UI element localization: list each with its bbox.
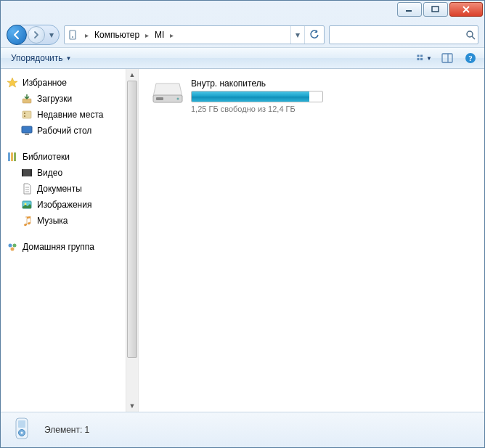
sidebar-item-desktop[interactable]: Рабочий стол <box>7 123 124 139</box>
nav-label: Видео <box>37 168 62 178</box>
status-bar: Элемент: 1 <box>1 412 484 447</box>
scrollbar-thumb[interactable] <box>127 81 137 358</box>
address-bar[interactable]: ▸ Компьютер ▸ MI ▸ ▾ <box>64 25 325 44</box>
svg-point-4 <box>467 31 473 37</box>
svg-rect-23 <box>22 169 32 176</box>
nav-scrollbar[interactable]: ▲ ▼ <box>126 69 139 412</box>
chevron-right-icon[interactable]: ▸ <box>167 31 176 39</box>
favorites-label: Избранное <box>23 78 67 88</box>
view-options-button[interactable]: ▼ <box>416 50 432 66</box>
device-icon <box>68 29 79 41</box>
svg-rect-22 <box>14 152 16 161</box>
organize-button[interactable]: Упорядочить ▼ <box>7 51 76 65</box>
homegroup-header[interactable]: Домашняя группа <box>7 239 124 255</box>
svg-point-40 <box>21 432 23 434</box>
sidebar-item-pictures[interactable]: Изображения <box>7 197 124 213</box>
forward-button[interactable] <box>28 26 45 44</box>
desktop-icon <box>21 125 33 137</box>
body: Избранное Загрузки Недавние места <box>1 69 484 412</box>
sidebar-item-downloads[interactable]: Загрузки <box>7 91 124 107</box>
status-text: Элемент: 1 <box>44 425 89 435</box>
homegroup-icon <box>7 241 18 253</box>
libraries-icon <box>7 151 18 163</box>
sidebar-item-recent[interactable]: Недавние места <box>7 107 124 123</box>
svg-point-17 <box>24 115 25 117</box>
svg-rect-35 <box>156 97 163 100</box>
star-icon <box>7 77 18 89</box>
drive-item[interactable]: Внутр. накопитель 1,25 ГБ свободно из 12… <box>152 78 471 113</box>
favorites-group: Избранное Загрузки Недавние места <box>7 75 124 139</box>
close-button[interactable] <box>449 2 483 17</box>
documents-icon <box>21 183 33 195</box>
search-box[interactable] <box>329 25 478 44</box>
toolbar-right: ▼ ? <box>416 50 478 66</box>
svg-rect-38 <box>18 420 25 428</box>
svg-rect-19 <box>25 134 29 135</box>
sidebar-item-videos[interactable]: Видео <box>7 165 124 181</box>
svg-rect-9 <box>420 58 423 60</box>
libraries-header[interactable]: Библиотеки <box>7 149 124 165</box>
svg-rect-6 <box>417 54 420 57</box>
drive-capacity-bar <box>191 91 323 102</box>
chevron-right-icon[interactable]: ▸ <box>142 31 152 39</box>
svg-point-31 <box>9 244 12 248</box>
svg-rect-2 <box>70 30 76 39</box>
chevron-down-icon: ▼ <box>65 55 71 62</box>
scrollbar-track[interactable] <box>126 81 138 400</box>
svg-line-5 <box>472 36 475 39</box>
svg-rect-18 <box>22 126 32 133</box>
svg-point-33 <box>11 248 15 251</box>
svg-rect-1 <box>432 7 439 12</box>
nav-label: Изображения <box>37 200 91 210</box>
libraries-group: Библиотеки Видео Документы <box>7 149 124 229</box>
file-list[interactable]: Внутр. накопитель 1,25 ГБ свободно из 12… <box>139 69 484 412</box>
nav-label: Недавние места <box>37 110 103 120</box>
titlebar <box>1 1 484 23</box>
refresh-button[interactable] <box>304 26 324 44</box>
nav-label: Документы <box>37 184 82 194</box>
back-button[interactable] <box>7 25 27 45</box>
maximize-button[interactable] <box>423 2 448 17</box>
video-icon <box>21 167 33 179</box>
scroll-up-icon[interactable]: ▲ <box>126 69 138 81</box>
homegroup-label: Домашняя группа <box>23 242 94 252</box>
search-icon[interactable] <box>464 30 478 40</box>
breadcrumb: ▸ Компьютер ▸ MI ▸ <box>65 27 290 43</box>
sidebar-item-documents[interactable]: Документы <box>7 181 124 197</box>
toolbar: Упорядочить ▼ ▼ ? <box>1 47 484 69</box>
favorites-header[interactable]: Избранное <box>7 75 124 91</box>
recent-icon <box>21 109 33 121</box>
svg-rect-20 <box>8 152 10 161</box>
svg-point-16 <box>24 113 25 114</box>
nav-label: Музыка <box>37 216 68 226</box>
svg-rect-21 <box>11 152 13 161</box>
scroll-down-icon[interactable]: ▼ <box>126 400 138 412</box>
address-dropdown[interactable]: ▾ <box>290 26 304 44</box>
preview-pane-button[interactable] <box>439 50 455 66</box>
breadcrumb-mi[interactable]: MI <box>152 27 167 43</box>
svg-point-36 <box>177 98 179 100</box>
minimize-button[interactable] <box>397 2 422 17</box>
nav-buttons: ▾ <box>7 25 60 45</box>
svg-rect-8 <box>417 58 420 60</box>
svg-point-3 <box>72 36 73 38</box>
device-large-icon <box>9 417 36 443</box>
svg-rect-25 <box>30 169 32 176</box>
music-icon <box>21 215 33 227</box>
nav-label: Загрузки <box>37 94 72 104</box>
chevron-right-icon[interactable]: ▸ <box>82 31 91 39</box>
drive-icon <box>152 78 184 107</box>
svg-rect-24 <box>22 169 23 176</box>
drive-name: Внутр. накопитель <box>191 78 323 89</box>
svg-point-32 <box>13 244 17 248</box>
explorer-window: ▾ ▸ Компьютер ▸ MI ▸ ▾ <box>0 0 485 448</box>
drive-capacity-fill <box>192 91 309 102</box>
search-input[interactable] <box>333 29 464 41</box>
help-button[interactable]: ? <box>462 50 478 66</box>
breadcrumb-computer[interactable]: Компьютер <box>91 27 142 43</box>
sidebar-item-music[interactable]: Музыка <box>7 213 124 229</box>
drive-info: Внутр. накопитель 1,25 ГБ свободно из 12… <box>191 78 323 113</box>
organize-label: Упорядочить <box>11 53 62 63</box>
nav-history-dropdown[interactable]: ▾ <box>47 30 56 40</box>
pictures-icon <box>21 199 33 211</box>
